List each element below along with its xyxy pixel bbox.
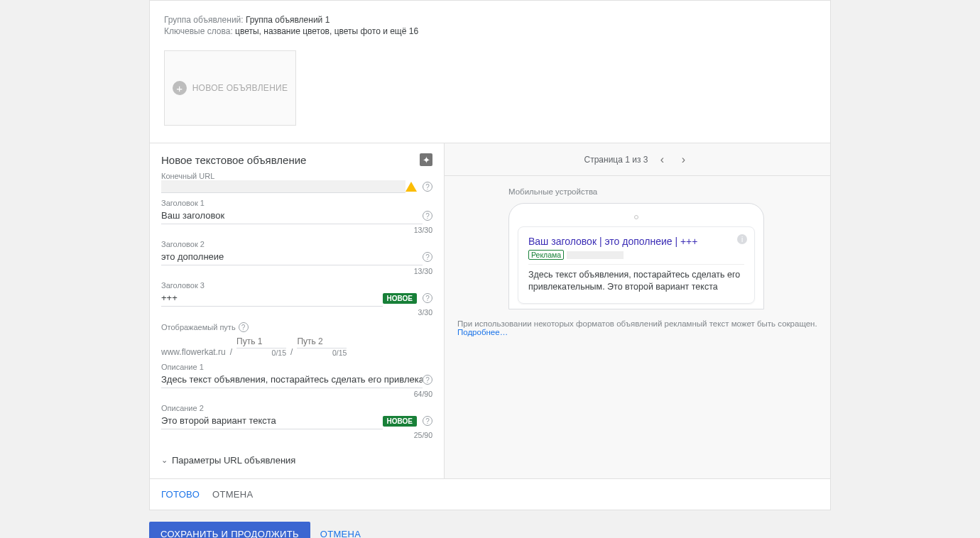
headline1-counter: 13/30 — [161, 226, 432, 234]
keywords-value: цветы, название цветов, цветы фото и ещё… — [235, 26, 418, 36]
new-badge: НОВОЕ — [383, 293, 417, 304]
help-icon[interactable]: ? — [423, 252, 432, 262]
ad-group-header: Группа объявлений: Группа объявлений 1 К… — [150, 1, 830, 143]
ad-editor-panel: Новое текстовое объявление ✦ Конечный UR… — [150, 143, 445, 478]
ad-badge: Реклама — [528, 250, 564, 260]
new-badge: НОВОЕ — [383, 416, 417, 427]
headline1-label: Заголовок 1 — [161, 199, 432, 207]
prev-page-button[interactable]: ‹ — [655, 153, 669, 166]
device-label: Мобильные устройства — [508, 187, 817, 196]
group-value: Группа объявлений 1 — [246, 15, 330, 25]
path2-input[interactable] — [297, 336, 347, 348]
headline2-counter: 13/30 — [161, 267, 432, 275]
help-icon[interactable]: ? — [423, 182, 432, 192]
info-icon[interactable]: i — [737, 234, 747, 244]
preview-note-text: При использовании некоторых форматов объ… — [457, 319, 817, 328]
keywords-label: Ключевые слова: — [164, 26, 233, 36]
suggestions-icon[interactable]: ✦ — [420, 153, 432, 166]
headline2-input[interactable] — [161, 248, 423, 265]
next-page-button[interactable]: › — [676, 153, 690, 166]
path1-counter: 0/15 — [272, 348, 286, 357]
desc2-label: Описание 2 — [161, 404, 432, 412]
device-frame: i Ваш заголовок | это дополнеие | +++ Ре… — [508, 203, 764, 309]
path1-input[interactable] — [236, 336, 286, 348]
device-camera-icon — [634, 215, 638, 219]
ad-url-placeholder — [567, 251, 624, 259]
editor-title: Новое текстовое объявление — [161, 154, 306, 166]
pager-label: Страница 1 из 3 — [584, 155, 648, 165]
desc2-input[interactable] — [161, 412, 383, 429]
ad-preview-card: i Ваш заголовок | это дополнеие | +++ Ре… — [518, 226, 755, 304]
desc2-counter: 25/90 — [161, 431, 432, 439]
path2-counter: 0/15 — [332, 348, 347, 357]
cancel-outer-button[interactable]: ОТМЕНА — [320, 529, 361, 538]
final-url-label: Конечный URL — [161, 172, 432, 180]
save-continue-button[interactable]: СОХРАНИТЬ И ПРОДОЛЖИТЬ — [149, 522, 310, 538]
cancel-inner-button[interactable]: ОТМЕНА — [212, 489, 253, 500]
chevron-down-icon: ⌄ — [161, 456, 168, 465]
preview-note-link[interactable]: Подробнее… — [457, 328, 508, 336]
path-label: Отображаемый путь — [161, 323, 236, 331]
ad-preview-description: Здесь текст объявления, постарайтесь сде… — [528, 269, 744, 293]
help-icon[interactable]: ? — [423, 375, 432, 385]
plus-icon: + — [173, 81, 187, 95]
help-icon[interactable]: ? — [423, 211, 432, 221]
new-ad-tile[interactable]: + НОВОЕ ОБЪЯВЛЕНИЕ — [164, 50, 296, 126]
headline3-label: Заголовок 3 — [161, 281, 432, 290]
new-ad-label: НОВОЕ ОБЪЯВЛЕНИЕ — [192, 83, 288, 93]
headline1-input[interactable] — [161, 207, 423, 224]
help-icon[interactable]: ? — [423, 416, 432, 426]
url-params-label: Параметры URL объявления — [172, 455, 295, 466]
headline2-label: Заголовок 2 — [161, 240, 432, 248]
url-params-toggle[interactable]: ⌄ Параметры URL объявления — [161, 455, 432, 466]
group-label: Группа объявлений: — [164, 15, 244, 25]
headline3-input[interactable] — [161, 290, 383, 307]
path-domain: www.flowerkat.ru — [161, 347, 226, 357]
final-url-input[interactable] — [161, 180, 405, 193]
warning-icon — [405, 182, 417, 192]
desc1-counter: 64/90 — [161, 390, 432, 398]
desc1-label: Описание 1 — [161, 363, 432, 371]
headline3-counter: 3/30 — [161, 308, 432, 317]
ad-preview-panel: Страница 1 из 3 ‹ › Мобильные устройства… — [445, 143, 830, 478]
help-icon[interactable]: ? — [423, 293, 432, 303]
help-icon[interactable]: ? — [239, 322, 249, 332]
ad-preview-title: Ваш заголовок | это дополнеие | +++ — [528, 236, 744, 247]
done-button[interactable]: ГОТОВО — [161, 489, 200, 500]
desc1-input[interactable] — [161, 371, 423, 388]
